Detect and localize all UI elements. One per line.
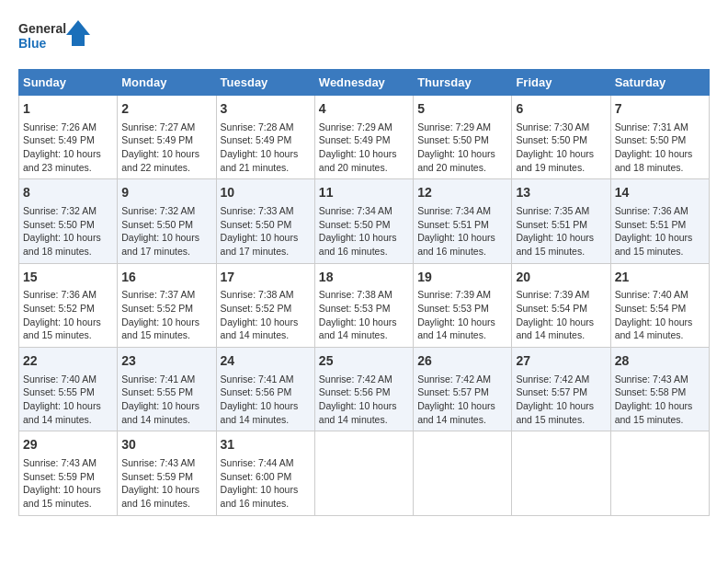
header-sunday: Sunday	[19, 70, 118, 96]
day-cell: 28Sunrise: 7:43 AM Sunset: 5:58 PM Dayli…	[610, 348, 709, 431]
day-cell: 14Sunrise: 7:36 AM Sunset: 5:51 PM Dayli…	[610, 179, 709, 263]
day-cell: 16Sunrise: 7:37 AM Sunset: 5:52 PM Dayli…	[118, 263, 216, 347]
day-number: 14	[615, 184, 705, 202]
day-cell	[610, 431, 709, 515]
day-number: 16	[121, 269, 211, 287]
day-info: Sunrise: 7:39 AM Sunset: 5:53 PM Dayligh…	[417, 288, 507, 342]
day-number: 25	[319, 352, 409, 371]
day-number: 10	[221, 184, 311, 202]
day-number: 19	[417, 269, 507, 287]
day-number: 27	[516, 352, 606, 371]
day-cell: 17Sunrise: 7:38 AM Sunset: 5:52 PM Dayli…	[216, 263, 314, 347]
day-info: Sunrise: 7:41 AM Sunset: 5:55 PM Dayligh…	[121, 373, 211, 427]
header-wednesday: Wednesday	[314, 70, 413, 96]
day-cell: 25Sunrise: 7:42 AM Sunset: 5:56 PM Dayli…	[314, 348, 413, 431]
header-saturday: Saturday	[610, 70, 709, 96]
header-friday: Friday	[512, 70, 610, 96]
day-cell: 19Sunrise: 7:39 AM Sunset: 5:53 PM Dayli…	[414, 263, 512, 347]
day-cell: 31Sunrise: 7:44 AM Sunset: 6:00 PM Dayli…	[216, 431, 314, 515]
day-number: 20	[516, 269, 606, 287]
day-number: 8	[23, 184, 113, 202]
day-info: Sunrise: 7:43 AM Sunset: 5:59 PM Dayligh…	[23, 456, 113, 511]
header-monday: Monday	[118, 70, 216, 96]
day-cell	[314, 431, 413, 515]
week-row-4: 22Sunrise: 7:40 AM Sunset: 5:55 PM Dayli…	[19, 348, 710, 431]
day-cell: 1Sunrise: 7:26 AM Sunset: 5:49 PM Daylig…	[19, 96, 118, 179]
day-info: Sunrise: 7:29 AM Sunset: 5:49 PM Dayligh…	[319, 121, 409, 175]
day-cell: 13Sunrise: 7:35 AM Sunset: 5:51 PM Dayli…	[512, 179, 610, 263]
day-number: 15	[23, 269, 113, 287]
day-info: Sunrise: 7:39 AM Sunset: 5:54 PM Dayligh…	[516, 288, 606, 342]
day-info: Sunrise: 7:26 AM Sunset: 5:49 PM Dayligh…	[23, 121, 113, 175]
day-number: 5	[417, 100, 507, 119]
calendar-header-row: SundayMondayTuesdayWednesdayThursdayFrid…	[19, 70, 710, 96]
week-row-2: 8Sunrise: 7:32 AM Sunset: 5:50 PM Daylig…	[19, 179, 710, 263]
svg-marker-2	[66, 20, 90, 46]
day-info: Sunrise: 7:29 AM Sunset: 5:50 PM Dayligh…	[417, 121, 507, 175]
day-cell: 21Sunrise: 7:40 AM Sunset: 5:54 PM Dayli…	[610, 263, 709, 347]
svg-text:Blue: Blue	[18, 36, 47, 51]
day-number: 31	[221, 436, 311, 454]
day-info: Sunrise: 7:42 AM Sunset: 5:57 PM Dayligh…	[417, 373, 507, 427]
day-number: 29	[23, 436, 113, 454]
day-cell: 30Sunrise: 7:43 AM Sunset: 5:59 PM Dayli…	[118, 431, 216, 515]
day-number: 3	[221, 100, 311, 119]
calendar-table: SundayMondayTuesdayWednesdayThursdayFrid…	[18, 69, 710, 516]
day-number: 7	[615, 100, 705, 119]
day-info: Sunrise: 7:42 AM Sunset: 5:56 PM Dayligh…	[319, 373, 409, 427]
day-info: Sunrise: 7:38 AM Sunset: 5:53 PM Dayligh…	[319, 288, 409, 342]
day-cell: 24Sunrise: 7:41 AM Sunset: 5:56 PM Dayli…	[216, 348, 314, 431]
header-tuesday: Tuesday	[216, 70, 314, 96]
day-number: 9	[121, 184, 211, 202]
day-info: Sunrise: 7:27 AM Sunset: 5:49 PM Dayligh…	[121, 121, 211, 175]
day-cell: 20Sunrise: 7:39 AM Sunset: 5:54 PM Dayli…	[512, 263, 610, 347]
day-cell: 5Sunrise: 7:29 AM Sunset: 5:50 PM Daylig…	[414, 96, 512, 179]
week-row-5: 29Sunrise: 7:43 AM Sunset: 5:59 PM Dayli…	[19, 431, 710, 515]
day-number: 26	[417, 352, 507, 371]
logo-svg: General Blue	[18, 18, 92, 60]
day-number: 24	[221, 352, 311, 371]
day-cell: 7Sunrise: 7:31 AM Sunset: 5:50 PM Daylig…	[610, 96, 709, 179]
logo: General Blue	[18, 18, 92, 60]
day-info: Sunrise: 7:30 AM Sunset: 5:50 PM Dayligh…	[516, 121, 606, 175]
day-cell: 22Sunrise: 7:40 AM Sunset: 5:55 PM Dayli…	[19, 348, 118, 431]
day-number: 2	[121, 100, 211, 119]
day-number: 12	[417, 184, 507, 202]
day-info: Sunrise: 7:42 AM Sunset: 5:57 PM Dayligh…	[516, 373, 606, 427]
day-cell: 27Sunrise: 7:42 AM Sunset: 5:57 PM Dayli…	[512, 348, 610, 431]
day-cell: 4Sunrise: 7:29 AM Sunset: 5:49 PM Daylig…	[314, 96, 413, 179]
day-number: 30	[121, 436, 211, 454]
day-cell: 9Sunrise: 7:32 AM Sunset: 5:50 PM Daylig…	[118, 179, 216, 263]
day-number: 21	[615, 269, 705, 287]
day-cell: 29Sunrise: 7:43 AM Sunset: 5:59 PM Dayli…	[19, 431, 118, 515]
day-info: Sunrise: 7:32 AM Sunset: 5:50 PM Dayligh…	[23, 204, 113, 259]
day-info: Sunrise: 7:41 AM Sunset: 5:56 PM Dayligh…	[221, 373, 311, 427]
day-cell	[414, 431, 512, 515]
day-cell	[512, 431, 610, 515]
day-info: Sunrise: 7:43 AM Sunset: 5:58 PM Dayligh…	[615, 373, 705, 427]
day-info: Sunrise: 7:43 AM Sunset: 5:59 PM Dayligh…	[121, 456, 211, 511]
day-number: 4	[319, 100, 409, 119]
day-info: Sunrise: 7:35 AM Sunset: 5:51 PM Dayligh…	[516, 204, 606, 259]
day-info: Sunrise: 7:34 AM Sunset: 5:51 PM Dayligh…	[417, 204, 507, 259]
day-info: Sunrise: 7:33 AM Sunset: 5:50 PM Dayligh…	[221, 204, 311, 259]
day-info: Sunrise: 7:40 AM Sunset: 5:55 PM Dayligh…	[23, 373, 113, 427]
day-cell: 2Sunrise: 7:27 AM Sunset: 5:49 PM Daylig…	[118, 96, 216, 179]
day-info: Sunrise: 7:38 AM Sunset: 5:52 PM Dayligh…	[221, 288, 311, 342]
day-cell: 15Sunrise: 7:36 AM Sunset: 5:52 PM Dayli…	[19, 263, 118, 347]
day-info: Sunrise: 7:34 AM Sunset: 5:50 PM Dayligh…	[319, 204, 409, 259]
day-cell: 18Sunrise: 7:38 AM Sunset: 5:53 PM Dayli…	[314, 263, 413, 347]
day-number: 13	[516, 184, 606, 202]
day-cell: 8Sunrise: 7:32 AM Sunset: 5:50 PM Daylig…	[19, 179, 118, 263]
header-thursday: Thursday	[414, 70, 512, 96]
day-number: 11	[319, 184, 409, 202]
day-info: Sunrise: 7:44 AM Sunset: 6:00 PM Dayligh…	[221, 456, 311, 511]
day-info: Sunrise: 7:40 AM Sunset: 5:54 PM Dayligh…	[615, 288, 705, 342]
svg-text:General: General	[18, 21, 66, 36]
day-number: 23	[121, 352, 211, 371]
day-cell: 6Sunrise: 7:30 AM Sunset: 5:50 PM Daylig…	[512, 96, 610, 179]
week-row-3: 15Sunrise: 7:36 AM Sunset: 5:52 PM Dayli…	[19, 263, 710, 347]
day-number: 17	[221, 269, 311, 287]
day-cell: 26Sunrise: 7:42 AM Sunset: 5:57 PM Dayli…	[414, 348, 512, 431]
day-info: Sunrise: 7:31 AM Sunset: 5:50 PM Dayligh…	[615, 121, 705, 175]
